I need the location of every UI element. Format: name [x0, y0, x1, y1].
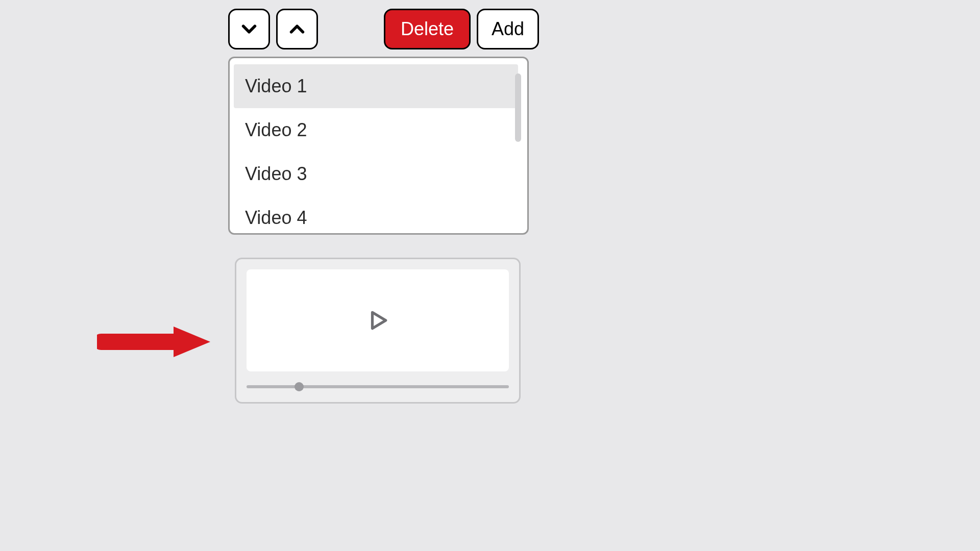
- svg-marker-0: [373, 312, 386, 329]
- list-item[interactable]: Video 4: [234, 196, 518, 235]
- progress-thumb[interactable]: [295, 382, 304, 391]
- video-listbox-inner: Video 1 Video 2 Video 3 Video 4: [234, 64, 518, 227]
- toolbar: Delete Add: [228, 9, 539, 49]
- video-listbox[interactable]: Video 1 Video 2 Video 3 Video 4: [228, 57, 529, 235]
- list-item[interactable]: Video 2: [234, 108, 518, 152]
- chevron-down-icon: [240, 20, 258, 38]
- play-icon: [367, 310, 388, 331]
- delete-button[interactable]: Delete: [384, 9, 471, 49]
- move-up-button[interactable]: [276, 9, 318, 49]
- video-display-area[interactable]: [247, 269, 509, 371]
- chevron-up-icon: [288, 20, 306, 38]
- move-down-button[interactable]: [228, 9, 270, 49]
- video-player: [235, 258, 521, 404]
- list-item[interactable]: Video 1: [234, 64, 518, 108]
- list-item[interactable]: Video 3: [234, 152, 518, 196]
- progress-slider[interactable]: [247, 382, 509, 392]
- svg-marker-1: [174, 327, 210, 357]
- listbox-scrollbar[interactable]: [515, 73, 521, 142]
- arrow-annotation-icon: [97, 324, 211, 359]
- progress-track: [247, 385, 509, 388]
- add-button[interactable]: Add: [477, 9, 539, 49]
